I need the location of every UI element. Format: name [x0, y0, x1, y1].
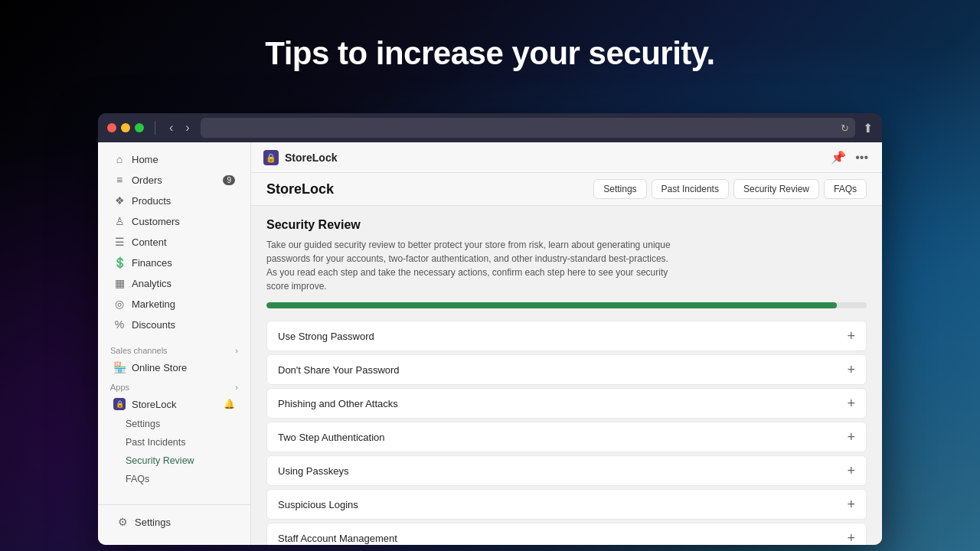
- browser-chrome: ‹ › ↻ ⬆: [98, 113, 882, 142]
- accordion-header-staff-account[interactable]: Staff Account Management +: [267, 523, 866, 545]
- sidebar-item-customers[interactable]: ♙ Customers: [101, 211, 247, 231]
- sidebar-footer: ⚙ Settings: [98, 504, 250, 539]
- traffic-lights: [107, 123, 144, 132]
- accordion-item-dont-share: Don't Share Your Password +: [266, 354, 867, 385]
- back-button[interactable]: ‹: [166, 119, 176, 136]
- sidebar-item-orders[interactable]: ≡ Orders 9: [101, 170, 247, 190]
- accordion-header-strong-password[interactable]: Use Strong Password +: [267, 321, 866, 350]
- app-logo-area: 🔒 StoreLock: [263, 150, 337, 165]
- accordion-item-passkeys: Using Passkeys +: [266, 455, 867, 486]
- sidebar-sub-security-review[interactable]: Security Review: [101, 452, 247, 469]
- sidebar-item-content[interactable]: ☰ Content: [101, 232, 247, 252]
- accordion-item-suspicious-logins: Suspicious Logins +: [266, 489, 867, 520]
- accordion-label: Use Strong Password: [278, 331, 374, 342]
- home-icon: ⌂: [113, 153, 126, 165]
- apps-label: Apps ›: [98, 378, 250, 393]
- past-incidents-tab-button[interactable]: Past Incidents: [652, 179, 729, 199]
- bell-icon: 🔔: [224, 399, 235, 409]
- app-name-label: StoreLock: [285, 152, 337, 164]
- share-button[interactable]: ⬆: [863, 121, 873, 135]
- accordion-header-passkeys[interactable]: Using Passkeys +: [267, 456, 866, 485]
- sidebar-item-label: Settings: [135, 517, 171, 528]
- storelock-app-icon: 🔒: [113, 398, 126, 410]
- sidebar-sub-settings[interactable]: Settings: [101, 416, 247, 432]
- sidebar-item-marketing[interactable]: ◎ Marketing: [101, 294, 247, 314]
- app-header: 🔒 StoreLock 📌 •••: [251, 142, 882, 173]
- forward-button[interactable]: ›: [182, 119, 192, 136]
- finances-icon: 💲: [113, 256, 126, 269]
- settings-tab-button[interactable]: Settings: [593, 179, 646, 199]
- accordion-label: Suspicious Logins: [278, 499, 358, 510]
- expand-icon: +: [847, 396, 855, 410]
- content-icon: ☰: [113, 236, 126, 248]
- sidebar-item-finances[interactable]: 💲 Finances: [101, 253, 247, 272]
- expand-icon: +: [847, 531, 855, 545]
- sidebar-item-analytics[interactable]: ▦ Analytics: [101, 273, 247, 293]
- settings-icon: ⚙: [116, 516, 129, 528]
- sidebar-sub-past-incidents[interactable]: Past Incidents: [101, 434, 247, 451]
- accordion-item-two-step: Two Step Authentication +: [266, 422, 867, 452]
- security-review-description: Take our guided security review to bette…: [266, 238, 680, 293]
- sidebar-item-label: Home: [132, 154, 158, 165]
- sidebar-item-label: Content: [132, 236, 167, 248]
- accordion-item-staff-account: Staff Account Management +: [266, 523, 867, 545]
- address-bar[interactable]: ↻: [201, 118, 855, 138]
- progress-bar-fill: [266, 302, 837, 308]
- faqs-tab-button[interactable]: FAQs: [824, 179, 867, 199]
- accordion-label: Using Passkeys: [278, 465, 348, 477]
- sidebar-item-discounts[interactable]: % Discounts: [101, 315, 247, 334]
- chevron-icon: ›: [235, 383, 238, 392]
- more-button[interactable]: •••: [854, 149, 870, 166]
- page-nav-buttons: Settings Past Incidents Security Review …: [593, 179, 867, 199]
- sales-channels-label: Sales channels ›: [98, 341, 250, 357]
- marketing-icon: ◎: [113, 298, 126, 310]
- sidebar-item-label: Customers: [132, 216, 180, 227]
- sidebar-item-label: Marketing: [132, 298, 175, 310]
- close-button[interactable]: [107, 123, 116, 132]
- sidebar-sub-faqs[interactable]: FAQs: [101, 471, 247, 487]
- sidebar-item-online-store[interactable]: 🏪 Online Store: [101, 357, 247, 377]
- sidebar-item-label: Products: [132, 195, 171, 207]
- accordion-label: Two Step Authentication: [278, 432, 384, 443]
- page-header: StoreLock Settings Past Incidents Securi…: [251, 173, 882, 206]
- accordion-item-strong-password: Use Strong Password +: [266, 321, 867, 351]
- sidebar-item-label: Online Store: [132, 362, 187, 373]
- nav-buttons: ‹ ›: [166, 119, 193, 136]
- accordion-header-two-step[interactable]: Two Step Authentication +: [267, 422, 866, 452]
- sidebar-item-storelock[interactable]: 🔒 StoreLock 🔔: [101, 394, 247, 414]
- chevron-icon: ›: [235, 346, 238, 355]
- accordion-item-phishing: Phishing and Other Attacks +: [266, 388, 867, 419]
- minimize-button[interactable]: [121, 123, 130, 132]
- page-title: StoreLock: [266, 181, 334, 197]
- svg-text:🔒: 🔒: [266, 152, 276, 163]
- sidebar-item-home[interactable]: ⌂ Home: [101, 149, 247, 169]
- hero-title: Tips to increase your security.: [265, 35, 715, 72]
- sidebar-item-label: Analytics: [132, 278, 172, 289]
- expand-icon: +: [847, 497, 855, 511]
- expand-icon: +: [847, 329, 855, 343]
- pin-button[interactable]: 📌: [829, 148, 848, 166]
- sidebar-item-products[interactable]: ❖ Products: [101, 191, 247, 210]
- accordion-label: Phishing and Other Attacks: [278, 398, 398, 409]
- security-review-title: Security Review: [266, 218, 867, 232]
- sidebar-item-label: Finances: [132, 257, 172, 269]
- security-review-tab-button[interactable]: Security Review: [733, 179, 819, 199]
- products-icon: ❖: [113, 194, 126, 207]
- reload-icon[interactable]: ↻: [841, 122, 849, 134]
- orders-icon: ≡: [113, 174, 126, 186]
- browser-window: ‹ › ↻ ⬆ ⌂ Home ≡ Orders 9 ❖: [98, 113, 882, 545]
- accordion-header-dont-share[interactable]: Don't Share Your Password +: [267, 355, 866, 384]
- expand-icon: +: [847, 430, 855, 444]
- accordion-label: Staff Account Management: [278, 533, 397, 544]
- customers-icon: ♙: [113, 215, 126, 227]
- sidebar-item-label: Discounts: [132, 319, 175, 331]
- sidebar-main-section: ⌂ Home ≡ Orders 9 ❖ Products ♙ Customers: [98, 142, 250, 341]
- store-icon: 🏪: [113, 361, 126, 373]
- maximize-button[interactable]: [135, 123, 144, 132]
- sidebar-item-settings[interactable]: ⚙ Settings: [104, 512, 244, 532]
- accordion-header-suspicious-logins[interactable]: Suspicious Logins +: [267, 490, 866, 519]
- storelock-logo-icon: 🔒: [263, 150, 279, 165]
- progress-bar-container: [266, 302, 867, 308]
- accordion-header-phishing[interactable]: Phishing and Other Attacks +: [267, 389, 866, 418]
- main-body: Security Review Take our guided security…: [251, 206, 882, 545]
